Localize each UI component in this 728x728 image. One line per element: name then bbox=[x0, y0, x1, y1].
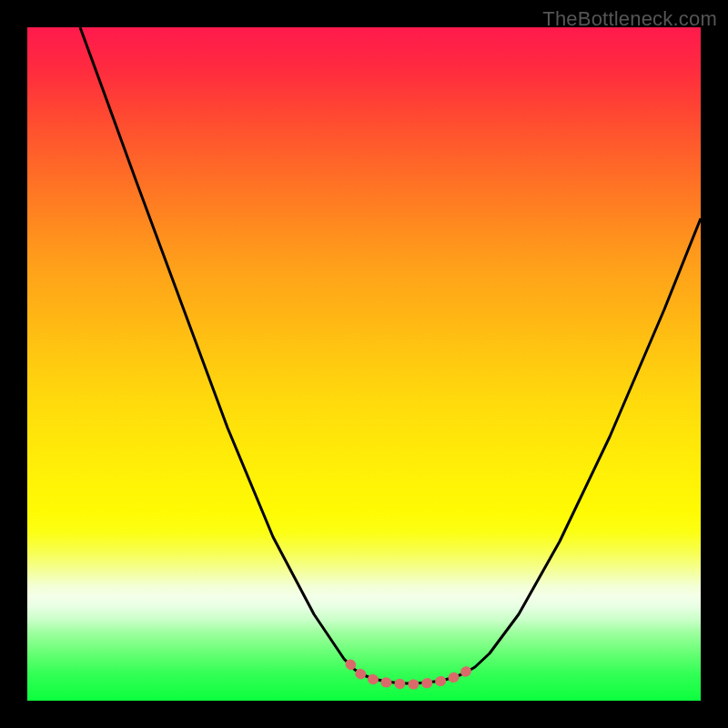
plot-area bbox=[27, 27, 701, 701]
watermark-text: TheBottleneck.com bbox=[542, 7, 717, 31]
bottleneck-curve bbox=[80, 27, 701, 683]
series-layer bbox=[27, 27, 701, 701]
optimal-zone-highlight bbox=[350, 664, 476, 684]
chart-canvas: TheBottleneck.com bbox=[0, 0, 728, 728]
